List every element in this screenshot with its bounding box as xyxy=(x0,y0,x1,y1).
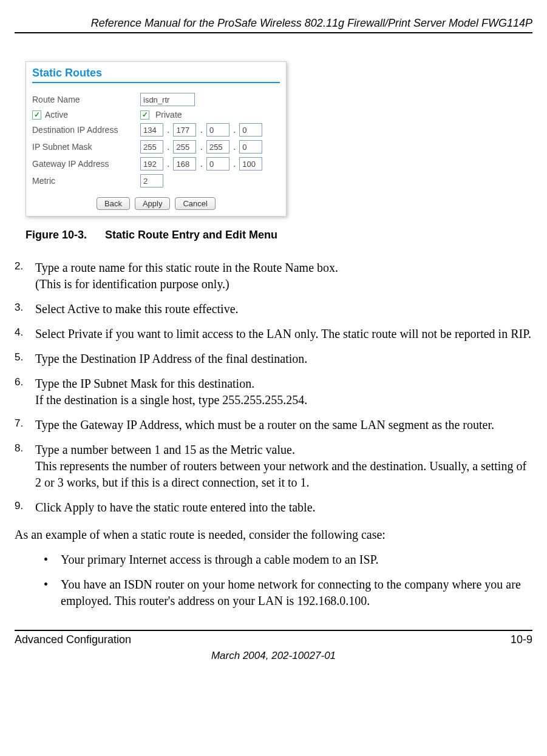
subnet-octet-4[interactable]: 0 xyxy=(239,140,262,154)
gateway-octet-4[interactable]: 100 xyxy=(239,157,262,170)
step-number: 2. xyxy=(15,260,35,292)
ip-dot: . xyxy=(200,158,202,169)
ip-dot: . xyxy=(200,141,202,152)
header-rule xyxy=(15,32,532,33)
ip-dot: . xyxy=(167,141,169,152)
step-number: 5. xyxy=(15,351,35,367)
ip-dot: . xyxy=(233,158,236,169)
back-button[interactable]: Back xyxy=(97,197,130,210)
footer-left: Advanced Configuration xyxy=(15,633,131,646)
step-text: Select Active to make this route effecti… xyxy=(35,301,532,317)
list-item: 6.Type the IP Subnet Mask for this desti… xyxy=(15,376,532,408)
dest-ip-row: Destination IP Address 134. 177. 0. 0 xyxy=(32,123,280,137)
step-text: Type the Destination IP Address of the f… xyxy=(35,351,532,367)
route-name-field[interactable]: isdn_rtr xyxy=(140,93,195,106)
subnet-row: IP Subnet Mask 255. 255. 255. 0 xyxy=(32,140,280,154)
metric-field[interactable]: 2 xyxy=(140,174,163,187)
list-item: 4.Select Private if you want to limit ac… xyxy=(15,326,532,342)
footer-row: Advanced Configuration 10-9 xyxy=(15,633,532,646)
figure-caption-label: Figure 10-3. xyxy=(25,229,87,241)
bullet-text: Your primary Internet access is through … xyxy=(61,552,378,568)
ip-dot: . xyxy=(233,141,236,152)
cancel-button[interactable]: Cancel xyxy=(175,197,215,210)
list-item: 9.Click Apply to have the static route e… xyxy=(15,499,532,516)
bullet-text: You have an ISDN router on your home net… xyxy=(61,576,532,609)
active-label: Active xyxy=(45,110,68,120)
gateway-octet-1[interactable]: 192 xyxy=(140,157,163,170)
dest-ip-octet-3[interactable]: 0 xyxy=(206,123,229,137)
dest-ip-octet-2[interactable]: 177 xyxy=(173,123,196,137)
step-number: 4. xyxy=(15,326,35,342)
private-label: Private xyxy=(155,110,182,120)
panel-rule xyxy=(32,82,280,83)
figure-container: Static Routes Route Name isdn_rtr ✓ Acti… xyxy=(25,61,532,241)
gateway-octet-3[interactable]: 0 xyxy=(206,157,229,170)
footer-right: 10-9 xyxy=(511,633,532,646)
step-text: Type the Gateway IP Address, which must … xyxy=(35,417,532,433)
list-item: You have an ISDN router on your home net… xyxy=(44,576,532,609)
gateway-label: Gateway IP Address xyxy=(32,159,138,169)
panel-title: Static Routes xyxy=(32,67,280,79)
step-text: Select Private if you want to limit acce… xyxy=(35,326,532,342)
list-item: 2.Type a route name for this static rout… xyxy=(15,260,532,292)
private-checkbox[interactable]: ✓ xyxy=(140,110,149,120)
metric-row: Metric 2 xyxy=(32,174,280,187)
list-item: 7.Type the Gateway IP Address, which mus… xyxy=(15,417,532,433)
list-item: Your primary Internet access is through … xyxy=(44,552,532,568)
gateway-octet-2[interactable]: 168 xyxy=(173,157,196,170)
ip-dot: . xyxy=(233,124,236,135)
button-row: Back Apply Cancel xyxy=(32,197,280,210)
subnet-label: IP Subnet Mask xyxy=(32,142,138,152)
step-number: 9. xyxy=(15,499,35,516)
figure-caption: Figure 10-3. Static Route Entry and Edit… xyxy=(25,229,532,241)
active-group: ✓ Active xyxy=(32,110,138,120)
step-text: Type the IP Subnet Mask for this destina… xyxy=(35,376,532,408)
route-name-row: Route Name isdn_rtr xyxy=(32,93,280,106)
ip-dot: . xyxy=(167,124,169,135)
page-header-title: Reference Manual for the ProSafe Wireles… xyxy=(15,17,532,30)
steps-list: 2.Type a route name for this static rout… xyxy=(15,260,532,516)
dest-ip-octet-1[interactable]: 134 xyxy=(140,123,163,137)
subnet-octet-2[interactable]: 255 xyxy=(173,140,196,154)
footer-rule xyxy=(15,630,532,631)
example-intro: As an example of when a static route is … xyxy=(15,527,532,543)
dest-ip-label: Destination IP Address xyxy=(32,125,138,135)
ip-dot: . xyxy=(200,124,202,135)
subnet-octet-1[interactable]: 255 xyxy=(140,140,163,154)
ip-dot: . xyxy=(167,158,169,169)
example-bullets: Your primary Internet access is through … xyxy=(44,552,532,609)
list-item: 5.Type the Destination IP Address of the… xyxy=(15,351,532,367)
list-item: 8.Type a number between 1 and 15 as the … xyxy=(15,442,532,491)
step-number: 7. xyxy=(15,417,35,433)
metric-label: Metric xyxy=(32,176,138,186)
subnet-octet-3[interactable]: 255 xyxy=(206,140,229,154)
gateway-row: Gateway IP Address 192. 168. 0. 100 xyxy=(32,157,280,170)
active-checkbox[interactable]: ✓ xyxy=(32,110,41,120)
apply-button[interactable]: Apply xyxy=(135,197,171,210)
step-text: Type a number between 1 and 15 as the Me… xyxy=(35,442,532,491)
step-text: Click Apply to have the static route ent… xyxy=(35,499,532,516)
dest-ip-octet-4[interactable]: 0 xyxy=(239,123,262,137)
list-item: 3.Select Active to make this route effec… xyxy=(15,301,532,317)
step-number: 3. xyxy=(15,301,35,317)
route-name-label: Route Name xyxy=(32,95,138,104)
step-number: 8. xyxy=(15,442,35,491)
footer-date: March 2004, 202-10027-01 xyxy=(15,650,532,662)
step-number: 6. xyxy=(15,376,35,408)
static-routes-screenshot: Static Routes Route Name isdn_rtr ✓ Acti… xyxy=(25,61,287,217)
step-text: Type a route name for this static route … xyxy=(35,260,532,292)
checkbox-row: ✓ Active ✓ Private xyxy=(32,110,280,120)
figure-caption-text: Static Route Entry and Edit Menu xyxy=(105,229,277,241)
